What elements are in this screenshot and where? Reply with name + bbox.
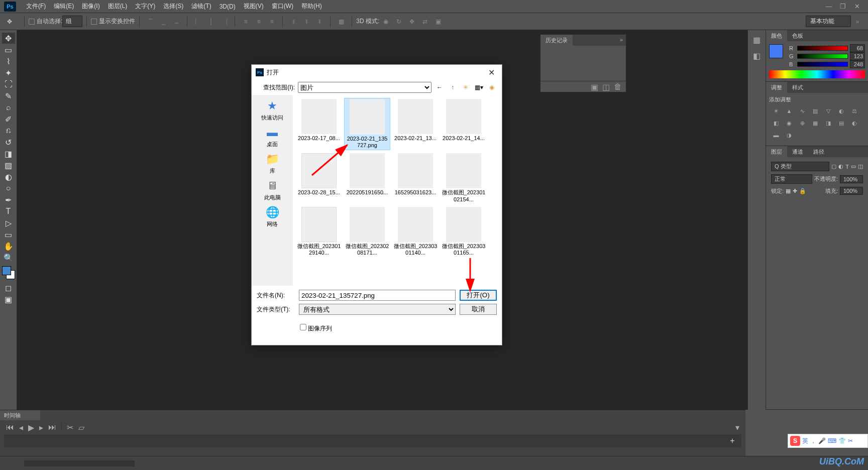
foreground-color[interactable] <box>2 266 11 275</box>
bridge-icon[interactable]: ◉ <box>487 82 497 92</box>
distribute-left-icon[interactable]: ⦀ <box>288 16 299 27</box>
filter-type-icon[interactable]: T <box>845 164 849 170</box>
filter-smart-icon[interactable]: ◫ <box>858 163 863 170</box>
timeline-first-icon[interactable]: ⏮ <box>6 423 14 432</box>
place-network[interactable]: 🌐 网络 <box>264 205 280 228</box>
auto-select-checkbox[interactable] <box>29 19 35 25</box>
dodge-tool[interactable]: ○ <box>2 183 15 194</box>
tab-history[interactable]: 历史记录 <box>540 35 573 46</box>
threshold-icon[interactable]: ◐ <box>849 119 859 128</box>
pen-tool[interactable]: ✒ <box>2 194 15 205</box>
tab-timeline[interactable]: 时间轴 <box>0 410 40 420</box>
place-quick-access[interactable]: ★ 快速访问 <box>261 99 283 122</box>
blend-mode-select[interactable]: 正常 <box>771 174 812 184</box>
orbit-3d-icon[interactable]: ◉ <box>380 16 391 27</box>
invert-icon[interactable]: ◨ <box>823 119 833 128</box>
align-right-icon[interactable]: ⎹ <box>219 16 230 27</box>
filter-adjust-icon[interactable]: ◐ <box>838 163 843 170</box>
filetype-select[interactable]: 所有格式 <box>299 304 456 315</box>
exposure-icon[interactable]: ▨ <box>810 106 820 115</box>
align-top-icon[interactable]: ⎺ <box>145 16 156 27</box>
screen-mode-tool[interactable]: ▣ <box>2 294 15 305</box>
tab-adjustments[interactable]: 调整 <box>766 82 787 93</box>
place-thispc[interactable]: 🖥 此电脑 <box>264 179 281 201</box>
photo-filter-icon[interactable]: ◉ <box>784 119 794 128</box>
timeline-next-icon[interactable]: ▸ <box>39 423 43 432</box>
workspace-menu-icon[interactable]: » <box>852 16 863 27</box>
ime-skin-icon[interactable]: 👕 <box>838 437 846 444</box>
menu-layer[interactable]: 图层(L) <box>104 2 132 11</box>
sogou-icon[interactable]: S <box>790 436 800 446</box>
hand-tool[interactable]: ✋ <box>2 241 15 252</box>
path-selection-tool[interactable]: ▷ <box>2 217 15 228</box>
dock-icon-1[interactable]: ▦ <box>750 33 764 46</box>
levels-icon[interactable]: ▲ <box>784 106 794 115</box>
filter-shape-icon[interactable]: ▭ <box>851 163 856 170</box>
image-sequence-checkbox[interactable]: 图像序列 <box>300 325 332 332</box>
auto-align-icon[interactable]: ▦ <box>336 16 347 27</box>
history-trash-icon[interactable]: 🗑 <box>614 82 622 91</box>
align-vcenter-icon[interactable]: ⎯ <box>158 16 169 27</box>
color-swatches[interactable] <box>2 266 15 279</box>
blur-tool[interactable]: ◐ <box>2 171 15 182</box>
distribute-hcenter-icon[interactable]: ⦀ <box>301 16 312 27</box>
menu-view[interactable]: 视图(V) <box>240 2 268 11</box>
color-balance-icon[interactable]: ⚖ <box>849 106 859 115</box>
tab-swatches[interactable]: 色板 <box>787 30 808 41</box>
menu-image[interactable]: 图像(I) <box>78 2 103 11</box>
dialog-close-icon[interactable]: ✕ <box>485 68 498 77</box>
timeline-transition-icon[interactable]: ▱ <box>78 423 84 432</box>
timeline-cut-icon[interactable]: ✂ <box>67 423 73 432</box>
hue-icon[interactable]: ◐ <box>836 106 846 115</box>
align-left-icon[interactable]: ⎸ <box>192 16 203 27</box>
opacity-value[interactable]: 100% <box>840 175 863 183</box>
selective-color-icon[interactable]: ◑ <box>784 131 794 140</box>
menu-file[interactable]: 文件(F) <box>22 2 50 11</box>
history-brush-tool[interactable]: ↺ <box>2 137 15 148</box>
up-icon[interactable]: ↑ <box>448 82 458 92</box>
ime-toolbar[interactable]: S 英 ， 🎤 ⌨ 👕 ✂ <box>788 434 868 448</box>
zoom-tool[interactable]: 🔍 <box>2 252 15 263</box>
bw-icon[interactable]: ◧ <box>771 119 781 128</box>
align-hcenter-icon[interactable]: │ <box>205 16 216 27</box>
timeline-menu-icon[interactable]: ▾ <box>735 423 739 432</box>
view-menu-icon[interactable]: ▦▾ <box>474 82 484 92</box>
menu-help[interactable]: 帮助(H) <box>297 2 326 11</box>
fill-value[interactable]: 100% <box>840 187 863 195</box>
lock-all-icon[interactable]: 🔒 <box>799 188 806 194</box>
magic-wand-tool[interactable]: ✦ <box>2 67 15 78</box>
ime-mic-icon[interactable]: 🎤 <box>818 437 826 444</box>
back-icon[interactable]: ← <box>435 82 445 92</box>
open-button[interactable]: 打开(O) <box>460 290 497 301</box>
lasso-tool[interactable]: ⌇ <box>2 56 15 67</box>
curves-icon[interactable]: ∿ <box>797 106 807 115</box>
menu-type[interactable]: 文字(Y) <box>131 2 159 11</box>
tab-styles[interactable]: 样式 <box>787 82 808 93</box>
menu-select[interactable]: 选择(S) <box>159 2 187 11</box>
menu-3d[interactable]: 3D(D) <box>215 3 240 10</box>
lookin-select[interactable]: 图片 <box>298 82 431 93</box>
file-item[interactable]: 2023-02-21_135727.png <box>344 98 390 150</box>
file-item[interactable]: 微信截图_20230208171... <box>344 206 390 257</box>
marquee-tool[interactable]: ▭ <box>2 44 15 55</box>
window-restore-icon[interactable]: ❐ <box>836 3 850 10</box>
timeline-track[interactable]: + <box>4 434 741 447</box>
ime-punct-icon[interactable]: ， <box>810 437 816 445</box>
file-item[interactable]: 2023-02-17_08... <box>296 98 342 150</box>
show-transform-checkbox[interactable] <box>91 19 97 25</box>
healing-tool[interactable]: ⌕ <box>2 102 15 113</box>
r-slider[interactable] <box>797 46 848 51</box>
gradient-tool[interactable]: ▨ <box>2 160 15 171</box>
roll-3d-icon[interactable]: ↻ <box>393 16 404 27</box>
lock-position-icon[interactable]: ✚ <box>793 188 797 194</box>
file-item[interactable]: 165295031623... <box>392 152 439 203</box>
camera-3d-icon[interactable]: ▣ <box>432 16 444 27</box>
tab-layers[interactable]: 图层 <box>766 146 787 157</box>
crop-tool[interactable]: ⛶ <box>2 79 15 90</box>
timeline-play-icon[interactable]: ▶ <box>28 423 34 432</box>
tab-paths[interactable]: 路径 <box>808 146 829 157</box>
distribute-vcenter-icon[interactable]: ≡ <box>253 16 264 27</box>
brush-tool[interactable]: ✐ <box>2 113 15 125</box>
timeline-last-icon[interactable]: ⏭ <box>48 423 56 432</box>
file-item[interactable]: 202205191650... <box>344 152 390 203</box>
